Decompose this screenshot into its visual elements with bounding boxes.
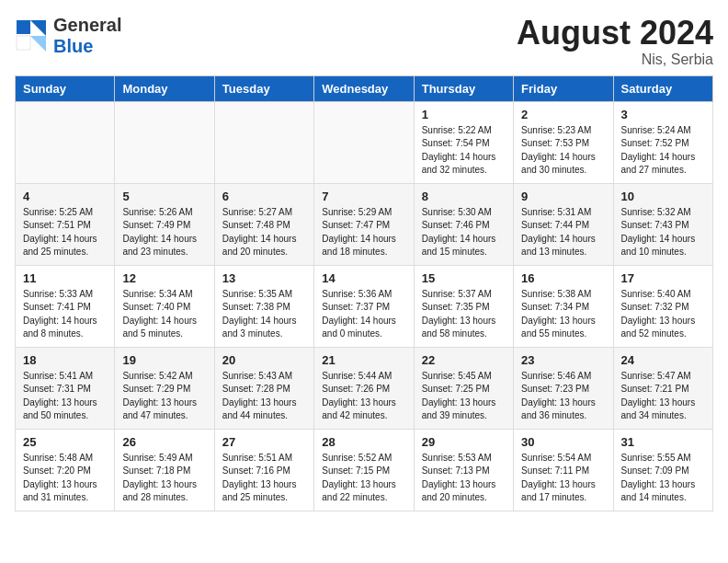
calendar-cell: 10Sunrise: 5:32 AM Sunset: 7:43 PM Dayli…	[613, 183, 712, 265]
day-number: 14	[322, 271, 405, 285]
weekday-header-wednesday: Wednesday	[314, 75, 414, 101]
calendar-cell: 19Sunrise: 5:42 AM Sunset: 7:29 PM Dayli…	[115, 347, 214, 429]
svg-marker-1	[30, 20, 46, 36]
day-info: Sunrise: 5:40 AM Sunset: 7:32 PM Dayligh…	[621, 288, 705, 341]
day-number: 13	[222, 271, 306, 285]
day-number: 26	[122, 435, 206, 449]
day-number: 18	[23, 353, 107, 367]
day-info: Sunrise: 5:30 AM Sunset: 7:46 PM Dayligh…	[422, 206, 506, 259]
day-number: 24	[621, 353, 705, 367]
calendar-cell: 3Sunrise: 5:24 AM Sunset: 7:52 PM Daylig…	[613, 101, 712, 183]
day-info: Sunrise: 5:45 AM Sunset: 7:25 PM Dayligh…	[422, 370, 506, 423]
day-number: 20	[222, 353, 306, 367]
calendar-cell: 31Sunrise: 5:55 AM Sunset: 7:09 PM Dayli…	[613, 429, 712, 511]
day-number: 30	[521, 435, 605, 449]
calendar-cell: 6Sunrise: 5:27 AM Sunset: 7:48 PM Daylig…	[214, 183, 313, 265]
day-number: 8	[422, 190, 506, 203]
calendar-cell: 4Sunrise: 5:25 AM Sunset: 7:51 PM Daylig…	[16, 183, 115, 265]
svg-marker-2	[30, 36, 46, 52]
day-number: 6	[222, 190, 306, 203]
weekday-header-thursday: Thursday	[414, 75, 513, 101]
day-number: 27	[222, 435, 306, 449]
weekday-header-row: SundayMondayTuesdayWednesdayThursdayFrid…	[16, 75, 713, 101]
day-info: Sunrise: 5:31 AM Sunset: 7:44 PM Dayligh…	[521, 206, 605, 259]
day-info: Sunrise: 5:42 AM Sunset: 7:29 PM Dayligh…	[122, 370, 206, 423]
calendar-cell: 17Sunrise: 5:40 AM Sunset: 7:32 PM Dayli…	[613, 265, 712, 347]
location-label: Nis, Serbia	[517, 52, 713, 68]
calendar-cell: 7Sunrise: 5:29 AM Sunset: 7:47 PM Daylig…	[314, 183, 414, 265]
calendar-cell: 21Sunrise: 5:44 AM Sunset: 7:26 PM Dayli…	[314, 347, 414, 429]
calendar-cell: 8Sunrise: 5:30 AM Sunset: 7:46 PM Daylig…	[414, 183, 513, 265]
calendar-week-4: 18Sunrise: 5:41 AM Sunset: 7:31 PM Dayli…	[16, 347, 713, 429]
weekday-header-sunday: Sunday	[16, 75, 115, 101]
day-info: Sunrise: 5:38 AM Sunset: 7:34 PM Dayligh…	[521, 288, 605, 341]
logo-icon	[15, 18, 50, 53]
logo-general: General	[53, 15, 121, 35]
day-info: Sunrise: 5:26 AM Sunset: 7:49 PM Dayligh…	[122, 206, 206, 259]
day-info: Sunrise: 5:36 AM Sunset: 7:37 PM Dayligh…	[322, 288, 405, 341]
day-number: 29	[422, 435, 506, 449]
day-info: Sunrise: 5:35 AM Sunset: 7:38 PM Dayligh…	[222, 288, 306, 341]
day-number: 1	[422, 108, 506, 121]
day-info: Sunrise: 5:52 AM Sunset: 7:15 PM Dayligh…	[322, 452, 405, 505]
weekday-header-saturday: Saturday	[613, 75, 712, 101]
calendar-cell: 2Sunrise: 5:23 AM Sunset: 7:53 PM Daylig…	[514, 101, 613, 183]
day-info: Sunrise: 5:37 AM Sunset: 7:35 PM Dayligh…	[422, 288, 506, 341]
day-info: Sunrise: 5:49 AM Sunset: 7:18 PM Dayligh…	[122, 452, 206, 505]
day-info: Sunrise: 5:29 AM Sunset: 7:47 PM Dayligh…	[322, 206, 405, 259]
calendar-week-3: 11Sunrise: 5:33 AM Sunset: 7:41 PM Dayli…	[16, 265, 713, 347]
day-info: Sunrise: 5:41 AM Sunset: 7:31 PM Dayligh…	[23, 370, 107, 423]
calendar-table: SundayMondayTuesdayWednesdayThursdayFrid…	[15, 75, 713, 511]
day-number: 3	[621, 108, 705, 121]
weekday-header-monday: Monday	[115, 75, 214, 101]
day-number: 28	[322, 435, 405, 449]
calendar-cell: 30Sunrise: 5:54 AM Sunset: 7:11 PM Dayli…	[514, 429, 613, 511]
calendar-cell: 18Sunrise: 5:41 AM Sunset: 7:31 PM Dayli…	[16, 347, 115, 429]
calendar-week-2: 4Sunrise: 5:25 AM Sunset: 7:51 PM Daylig…	[16, 183, 713, 265]
day-info: Sunrise: 5:55 AM Sunset: 7:09 PM Dayligh…	[621, 452, 705, 505]
day-info: Sunrise: 5:43 AM Sunset: 7:28 PM Dayligh…	[222, 370, 306, 423]
day-number: 16	[521, 271, 605, 285]
calendar-cell: 24Sunrise: 5:47 AM Sunset: 7:21 PM Dayli…	[613, 347, 712, 429]
calendar-title: August 2024 Nis, Serbia	[517, 15, 713, 68]
calendar-week-1: 1Sunrise: 5:22 AM Sunset: 7:54 PM Daylig…	[16, 101, 713, 183]
day-info: Sunrise: 5:48 AM Sunset: 7:20 PM Dayligh…	[23, 452, 107, 505]
calendar-cell	[214, 101, 313, 183]
calendar-cell: 1Sunrise: 5:22 AM Sunset: 7:54 PM Daylig…	[414, 101, 513, 183]
day-info: Sunrise: 5:46 AM Sunset: 7:23 PM Dayligh…	[521, 370, 605, 423]
day-info: Sunrise: 5:25 AM Sunset: 7:51 PM Dayligh…	[23, 206, 107, 259]
day-info: Sunrise: 5:54 AM Sunset: 7:11 PM Dayligh…	[521, 452, 605, 505]
logo-blue: Blue	[53, 36, 93, 56]
weekday-header-friday: Friday	[514, 75, 613, 101]
calendar-cell	[115, 101, 214, 183]
day-number: 4	[23, 190, 107, 203]
day-number: 12	[122, 271, 206, 285]
calendar-cell: 20Sunrise: 5:43 AM Sunset: 7:28 PM Dayli…	[214, 347, 313, 429]
calendar-cell: 9Sunrise: 5:31 AM Sunset: 7:44 PM Daylig…	[514, 183, 613, 265]
page-header: General Blue August 2024 Nis, Serbia	[15, 15, 713, 68]
day-number: 7	[322, 190, 405, 203]
calendar-week-5: 25Sunrise: 5:48 AM Sunset: 7:20 PM Dayli…	[16, 429, 713, 511]
calendar-cell	[314, 101, 414, 183]
svg-rect-0	[17, 20, 30, 34]
day-number: 9	[521, 190, 605, 203]
day-info: Sunrise: 5:24 AM Sunset: 7:52 PM Dayligh…	[621, 124, 705, 178]
day-info: Sunrise: 5:34 AM Sunset: 7:40 PM Dayligh…	[122, 288, 206, 341]
day-info: Sunrise: 5:27 AM Sunset: 7:48 PM Dayligh…	[222, 206, 306, 259]
day-info: Sunrise: 5:51 AM Sunset: 7:16 PM Dayligh…	[222, 452, 306, 505]
day-info: Sunrise: 5:32 AM Sunset: 7:43 PM Dayligh…	[621, 206, 705, 259]
day-info: Sunrise: 5:23 AM Sunset: 7:53 PM Dayligh…	[521, 124, 605, 178]
weekday-header-tuesday: Tuesday	[214, 75, 313, 101]
calendar-cell: 25Sunrise: 5:48 AM Sunset: 7:20 PM Dayli…	[16, 429, 115, 511]
calendar-cell: 28Sunrise: 5:52 AM Sunset: 7:15 PM Dayli…	[314, 429, 414, 511]
calendar-cell	[16, 101, 115, 183]
calendar-cell: 12Sunrise: 5:34 AM Sunset: 7:40 PM Dayli…	[115, 265, 214, 347]
calendar-cell: 14Sunrise: 5:36 AM Sunset: 7:37 PM Dayli…	[314, 265, 414, 347]
day-info: Sunrise: 5:22 AM Sunset: 7:54 PM Dayligh…	[422, 124, 506, 178]
day-info: Sunrise: 5:47 AM Sunset: 7:21 PM Dayligh…	[621, 370, 705, 423]
day-number: 21	[322, 353, 405, 367]
calendar-cell: 27Sunrise: 5:51 AM Sunset: 7:16 PM Dayli…	[214, 429, 313, 511]
day-number: 25	[23, 435, 107, 449]
calendar-cell: 13Sunrise: 5:35 AM Sunset: 7:38 PM Dayli…	[214, 265, 313, 347]
calendar-cell: 22Sunrise: 5:45 AM Sunset: 7:25 PM Dayli…	[414, 347, 513, 429]
